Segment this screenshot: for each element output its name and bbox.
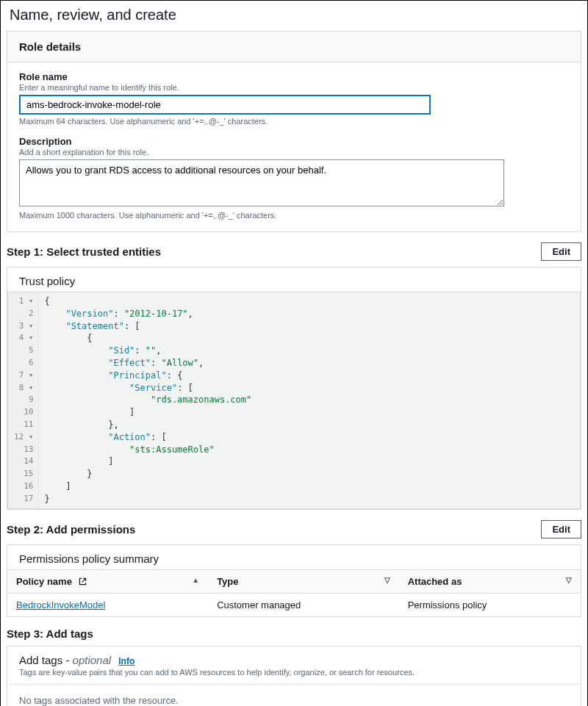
policy-type: Customer managed: [208, 593, 399, 616]
description-input[interactable]: [19, 159, 504, 206]
col-policy-name[interactable]: Policy name ▲: [7, 569, 208, 593]
description-field: Description Add a short explanation for …: [19, 136, 569, 220]
sort-asc-icon[interactable]: ▲: [192, 576, 199, 584]
description-help: Maximum 1000 characters. Use alphanumeri…: [19, 211, 569, 220]
description-desc: Add a short explanation for this role.: [19, 148, 569, 156]
permissions-summary-title: Permissions policy summary: [7, 545, 581, 569]
col-attached-as[interactable]: Attached as ▽: [399, 569, 581, 593]
role-name-field: Role name Enter a meaningful name to ide…: [19, 71, 569, 126]
role-details-panel: Role details Role name Enter a meaningfu…: [7, 31, 581, 232]
info-link[interactable]: Info: [118, 656, 135, 666]
trust-policy-title: Trust policy: [7, 267, 581, 292]
role-name-input[interactable]: [19, 95, 431, 115]
role-details-header: Role details: [7, 32, 581, 62]
policies-table: Policy name ▲ Type ▽ Attached as ▽: [7, 569, 581, 616]
step1-edit-button[interactable]: Edit: [541, 242, 581, 261]
sort-icon[interactable]: ▽: [566, 576, 572, 584]
trust-policy-editor[interactable]: 1 ▾23 ▾4 ▾567 ▾8 ▾9101112 ▾1314151617 { …: [7, 292, 581, 509]
tags-empty: No tags associated with the resource.: [19, 695, 569, 706]
table-row: BedrockInvokeModel Customer managed Perm…: [7, 593, 581, 616]
tags-desc: Tags are key-value pairs that you can ad…: [7, 668, 581, 685]
external-link-icon: [78, 577, 87, 586]
page-title: Name, review, and create: [7, 7, 581, 31]
permissions-panel: Permissions policy summary Policy name ▲…: [7, 544, 581, 617]
sort-icon[interactable]: ▽: [384, 576, 390, 584]
step2-edit-button[interactable]: Edit: [541, 520, 581, 538]
add-tags-title: Add tags - optional: [19, 654, 114, 666]
role-name-desc: Enter a meaningful name to identify this…: [19, 83, 569, 92]
role-name-help: Maximum 64 characters. Use alphanumeric …: [19, 117, 569, 126]
description-label: Description: [19, 136, 569, 147]
tags-panel: Add tags - optional Info Tags are key-va…: [7, 646, 581, 706]
step3-title: Step 3: Add tags: [7, 627, 93, 640]
role-name-label: Role name: [19, 71, 569, 82]
step1-title: Step 1: Select trusted entities: [7, 245, 161, 258]
policy-attached-as: Permissions policy: [399, 593, 581, 616]
col-type[interactable]: Type ▽: [208, 569, 399, 593]
trust-policy-panel: Trust policy 1 ▾23 ▾4 ▾567 ▾8 ▾9101112 ▾…: [7, 267, 581, 510]
policy-link[interactable]: BedrockInvokeModel: [16, 599, 105, 610]
step2-title: Step 2: Add permissions: [7, 523, 135, 536]
